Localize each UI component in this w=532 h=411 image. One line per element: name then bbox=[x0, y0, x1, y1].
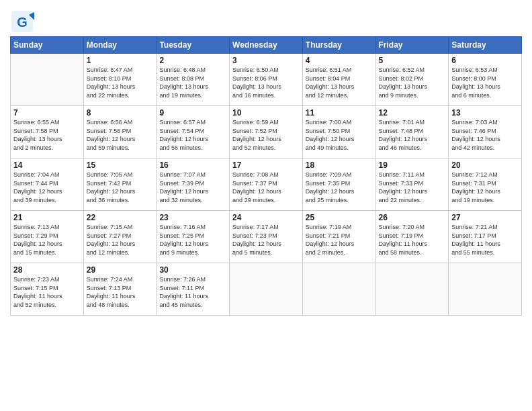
calendar-cell: 3Sunrise: 6:50 AM Sunset: 8:06 PM Daylig… bbox=[230, 54, 303, 106]
day-info: Sunrise: 6:57 AM Sunset: 7:54 PM Dayligh… bbox=[159, 118, 226, 152]
day-info: Sunrise: 7:23 AM Sunset: 7:15 PM Dayligh… bbox=[13, 275, 81, 309]
day-number: 2 bbox=[159, 56, 226, 65]
day-number: 6 bbox=[451, 56, 519, 65]
calendar-cell: 19Sunrise: 7:11 AM Sunset: 7:33 PM Dayli… bbox=[375, 158, 449, 211]
day-info: Sunrise: 6:55 AM Sunset: 7:58 PM Dayligh… bbox=[13, 118, 81, 152]
calendar-cell: 29Sunrise: 7:24 AM Sunset: 7:13 PM Dayli… bbox=[83, 263, 157, 316]
page-container: G SundayMondayTuesdayWednesdayThursdayFr… bbox=[0, 0, 532, 319]
calendar-cell: 9Sunrise: 6:57 AM Sunset: 7:54 PM Daylig… bbox=[157, 106, 230, 158]
day-info: Sunrise: 6:52 AM Sunset: 8:02 PM Dayligh… bbox=[379, 66, 446, 99]
day-number: 3 bbox=[232, 56, 300, 65]
calendar-cell: 13Sunrise: 7:03 AM Sunset: 7:46 PM Dayli… bbox=[449, 106, 522, 158]
day-info: Sunrise: 7:21 AM Sunset: 7:17 PM Dayligh… bbox=[451, 223, 519, 257]
calendar-cell: 15Sunrise: 7:05 AM Sunset: 7:42 PM Dayli… bbox=[83, 158, 157, 211]
day-info: Sunrise: 6:48 AM Sunset: 8:08 PM Dayligh… bbox=[159, 66, 226, 99]
calendar-cell: 5Sunrise: 6:52 AM Sunset: 8:02 PM Daylig… bbox=[375, 54, 449, 106]
day-info: Sunrise: 7:17 AM Sunset: 7:23 PM Dayligh… bbox=[232, 223, 300, 257]
day-info: Sunrise: 7:16 AM Sunset: 7:25 PM Dayligh… bbox=[159, 223, 226, 257]
calendar-cell: 23Sunrise: 7:16 AM Sunset: 7:25 PM Dayli… bbox=[157, 211, 230, 263]
day-header-wednesday: Wednesday bbox=[230, 37, 303, 54]
logo-icon: G bbox=[10, 9, 34, 34]
calendar-header-row: SundayMondayTuesdayWednesdayThursdayFrid… bbox=[11, 37, 522, 54]
calendar-cell bbox=[230, 263, 303, 316]
calendar-cell: 4Sunrise: 6:51 AM Sunset: 8:04 PM Daylig… bbox=[302, 54, 375, 106]
week-row-1: 1Sunrise: 6:47 AM Sunset: 8:10 PM Daylig… bbox=[11, 54, 522, 106]
day-number: 10 bbox=[232, 108, 300, 118]
day-info: Sunrise: 7:03 AM Sunset: 7:46 PM Dayligh… bbox=[451, 118, 519, 152]
day-number: 20 bbox=[451, 161, 519, 170]
day-header-thursday: Thursday bbox=[302, 37, 375, 54]
calendar-cell: 1Sunrise: 6:47 AM Sunset: 8:10 PM Daylig… bbox=[83, 54, 157, 106]
day-number: 21 bbox=[13, 213, 81, 222]
day-info: Sunrise: 6:53 AM Sunset: 8:00 PM Dayligh… bbox=[451, 66, 519, 99]
week-row-3: 14Sunrise: 7:04 AM Sunset: 7:44 PM Dayli… bbox=[11, 158, 522, 211]
calendar-cell: 11Sunrise: 7:00 AM Sunset: 7:50 PM Dayli… bbox=[302, 106, 375, 158]
day-number: 30 bbox=[159, 265, 226, 275]
day-info: Sunrise: 7:04 AM Sunset: 7:44 PM Dayligh… bbox=[13, 171, 81, 204]
day-number: 14 bbox=[13, 161, 81, 170]
day-number: 25 bbox=[306, 213, 373, 222]
calendar-cell: 30Sunrise: 7:26 AM Sunset: 7:11 PM Dayli… bbox=[157, 263, 230, 316]
day-info: Sunrise: 7:15 AM Sunset: 7:27 PM Dayligh… bbox=[87, 223, 154, 257]
calendar-cell: 8Sunrise: 6:56 AM Sunset: 7:56 PM Daylig… bbox=[83, 106, 157, 158]
calendar-cell: 2Sunrise: 6:48 AM Sunset: 8:08 PM Daylig… bbox=[157, 54, 230, 106]
calendar-cell bbox=[302, 263, 375, 316]
calendar-cell: 14Sunrise: 7:04 AM Sunset: 7:44 PM Dayli… bbox=[11, 158, 84, 211]
day-number: 17 bbox=[232, 161, 300, 170]
calendar-cell: 7Sunrise: 6:55 AM Sunset: 7:58 PM Daylig… bbox=[11, 106, 84, 158]
calendar-cell bbox=[11, 54, 84, 106]
day-number: 7 bbox=[13, 108, 81, 118]
day-info: Sunrise: 7:09 AM Sunset: 7:35 PM Dayligh… bbox=[306, 171, 373, 204]
day-number: 8 bbox=[87, 108, 154, 118]
day-number: 12 bbox=[379, 108, 446, 118]
day-info: Sunrise: 7:12 AM Sunset: 7:31 PM Dayligh… bbox=[451, 171, 519, 204]
day-number: 15 bbox=[87, 161, 154, 170]
day-info: Sunrise: 7:24 AM Sunset: 7:13 PM Dayligh… bbox=[87, 275, 154, 309]
calendar-cell: 28Sunrise: 7:23 AM Sunset: 7:15 PM Dayli… bbox=[11, 263, 84, 316]
week-row-2: 7Sunrise: 6:55 AM Sunset: 7:58 PM Daylig… bbox=[11, 106, 522, 158]
svg-text:G: G bbox=[17, 15, 28, 30]
calendar-cell: 20Sunrise: 7:12 AM Sunset: 7:31 PM Dayli… bbox=[449, 158, 522, 211]
week-row-4: 21Sunrise: 7:13 AM Sunset: 7:29 PM Dayli… bbox=[11, 211, 522, 263]
day-info: Sunrise: 6:51 AM Sunset: 8:04 PM Dayligh… bbox=[306, 66, 373, 99]
day-number: 23 bbox=[159, 213, 226, 222]
day-number: 19 bbox=[379, 161, 446, 170]
day-header-monday: Monday bbox=[83, 37, 157, 54]
day-header-friday: Friday bbox=[375, 37, 449, 54]
day-info: Sunrise: 6:59 AM Sunset: 7:52 PM Dayligh… bbox=[232, 118, 300, 152]
day-info: Sunrise: 7:05 AM Sunset: 7:42 PM Dayligh… bbox=[87, 171, 154, 204]
day-header-tuesday: Tuesday bbox=[157, 37, 230, 54]
calendar-cell: 24Sunrise: 7:17 AM Sunset: 7:23 PM Dayli… bbox=[230, 211, 303, 263]
day-info: Sunrise: 7:26 AM Sunset: 7:11 PM Dayligh… bbox=[159, 275, 226, 309]
day-number: 28 bbox=[13, 265, 81, 275]
day-info: Sunrise: 7:00 AM Sunset: 7:50 PM Dayligh… bbox=[306, 118, 373, 152]
day-number: 29 bbox=[87, 265, 154, 275]
day-info: Sunrise: 7:13 AM Sunset: 7:29 PM Dayligh… bbox=[13, 223, 81, 257]
day-header-sunday: Sunday bbox=[11, 37, 84, 54]
day-number: 27 bbox=[451, 213, 519, 222]
page-header: G bbox=[10, 7, 522, 34]
day-info: Sunrise: 6:56 AM Sunset: 7:56 PM Dayligh… bbox=[87, 118, 154, 152]
day-info: Sunrise: 7:01 AM Sunset: 7:48 PM Dayligh… bbox=[379, 118, 446, 152]
day-header-saturday: Saturday bbox=[449, 37, 522, 54]
calendar-cell: 25Sunrise: 7:19 AM Sunset: 7:21 PM Dayli… bbox=[302, 211, 375, 263]
day-number: 13 bbox=[451, 108, 519, 118]
logo: G bbox=[10, 9, 36, 34]
day-number: 4 bbox=[306, 56, 373, 65]
calendar-cell: 21Sunrise: 7:13 AM Sunset: 7:29 PM Dayli… bbox=[11, 211, 84, 263]
day-number: 18 bbox=[306, 161, 373, 170]
calendar-cell: 27Sunrise: 7:21 AM Sunset: 7:17 PM Dayli… bbox=[449, 211, 522, 263]
day-info: Sunrise: 7:19 AM Sunset: 7:21 PM Dayligh… bbox=[306, 223, 373, 257]
day-number: 16 bbox=[159, 161, 226, 170]
day-number: 5 bbox=[379, 56, 446, 65]
calendar-cell: 6Sunrise: 6:53 AM Sunset: 8:00 PM Daylig… bbox=[449, 54, 522, 106]
day-number: 26 bbox=[379, 213, 446, 222]
day-number: 24 bbox=[232, 213, 300, 222]
calendar-cell: 22Sunrise: 7:15 AM Sunset: 7:27 PM Dayli… bbox=[83, 211, 157, 263]
calendar-cell: 12Sunrise: 7:01 AM Sunset: 7:48 PM Dayli… bbox=[375, 106, 449, 158]
day-info: Sunrise: 7:11 AM Sunset: 7:33 PM Dayligh… bbox=[379, 171, 446, 204]
day-info: Sunrise: 7:07 AM Sunset: 7:39 PM Dayligh… bbox=[159, 171, 226, 204]
calendar-cell bbox=[375, 263, 449, 316]
day-info: Sunrise: 6:50 AM Sunset: 8:06 PM Dayligh… bbox=[232, 66, 300, 99]
day-number: 1 bbox=[87, 56, 154, 65]
